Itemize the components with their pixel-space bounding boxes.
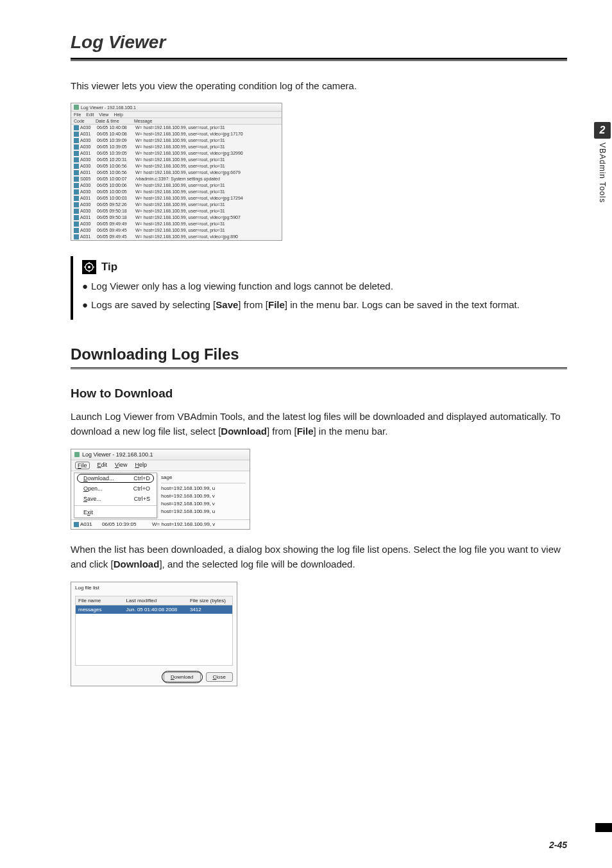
info-icon [74, 144, 79, 150]
cell-code: A031 [80, 195, 97, 202]
table-row: A03006/05 10:06:56W= host=192.168.100.99… [71, 163, 282, 169]
chapter-number: 2 [594, 122, 611, 139]
table-row: A03006/05 10:39:09W= host=192.168.100.99… [71, 137, 282, 144]
cell-code: A031 [80, 131, 97, 137]
intro-text: This viewer lets you view the operating … [71, 80, 567, 91]
download-button[interactable]: Download [164, 672, 201, 682]
col-file-size: File size (bytes) [190, 598, 230, 603]
cell-code: A030 [80, 221, 97, 227]
cell-code: A030 [80, 137, 97, 144]
cell-date: 06/05 10:39:05 [97, 144, 135, 150]
cell-code: A031 [80, 521, 102, 528]
paragraph: When the list has been downloaded, a dia… [71, 542, 567, 571]
info-icon [74, 215, 79, 220]
cell-message: W= host=192.168.100.99, user=root, prio=… [135, 208, 279, 214]
cell-date: 06/05 10:39:05 [102, 521, 152, 528]
table-row: A03006/05 09:49:49W= host=192.168.100.99… [71, 221, 282, 227]
dialog-title: Log file list [71, 582, 237, 593]
cell-message: W= host=192.168.100.99, user=root, prio=… [135, 144, 279, 150]
table-row: A03106/05 09:50:18W= host=192.168.100.99… [71, 214, 282, 221]
cell-message: W= host=192.168.100.99, user=root, prio=… [135, 125, 279, 131]
log-line: host=192.168.100.99, v [161, 492, 246, 500]
table-row: A03106/05 09:49:45W= host=192.168.100.99… [71, 234, 282, 240]
menu-view[interactable]: View [115, 462, 127, 469]
menu-item-download[interactable]: Download...Ctrl+D [74, 473, 157, 483]
table-row: A03006/05 10:39:05W= host=192.168.100.99… [71, 144, 282, 150]
tip-item-text: Logs are saved by selecting [Save] from … [91, 298, 520, 313]
menu-view[interactable]: View [99, 112, 108, 117]
menu-edit[interactable]: Edit [86, 112, 94, 117]
table-header: File name Last modified File size (bytes… [76, 596, 232, 605]
page-edge-mark [595, 823, 612, 832]
info-icon [74, 221, 79, 227]
cell-code: A031 [80, 234, 97, 240]
info-icon [74, 132, 79, 137]
title-rule [71, 58, 567, 61]
partial-log-list: sage host=192.168.100.99, u host=192.168… [157, 471, 250, 519]
table-row: A03006/05 10:40:08W= host=192.168.100.99… [71, 125, 282, 131]
cell-date: 06/05 10:39:05 [97, 150, 135, 157]
cell-code: A030 [80, 189, 97, 195]
table-body: A03006/05 10:40:08W= host=192.168.100.99… [71, 125, 282, 240]
menu-bar: File Edit View Help [71, 460, 250, 471]
shortcut: Ctrl+S [134, 496, 150, 502]
menu-file[interactable]: File [74, 112, 81, 117]
menu-help[interactable]: Help [114, 112, 123, 117]
file-list-table: File name Last modified File size (bytes… [75, 596, 233, 666]
cell-file-size: 3412 [190, 607, 230, 612]
table-header: Code Date & time Message [71, 118, 282, 125]
table-row: A031 06/05 10:39:05 W= host=192.168.100.… [71, 519, 250, 529]
menu-file[interactable]: File [75, 462, 90, 469]
cell-message: W= host=192.168.100.99, user=root, prio=… [135, 182, 279, 189]
cell-code: A030 [80, 182, 97, 189]
table-row-selected[interactable]: messages Jun. 05 01:40:08 2008 3412 [76, 605, 232, 614]
tip-title: Tip [101, 261, 117, 273]
page-title: Log Viewer [71, 32, 567, 53]
cell-date: 06/05 09:50:18 [97, 214, 135, 221]
table-empty-area [76, 614, 232, 665]
close-button[interactable]: Close [206, 672, 233, 682]
col-code: Code [74, 119, 96, 123]
chapter-tab: 2 VBAdmin Tools [593, 122, 612, 203]
menu-item-save[interactable]: Save...Ctrl+S [74, 494, 157, 504]
cell-message: W= host=192.168.100.99, v [152, 521, 215, 528]
subsection-heading: How to Download [71, 386, 567, 401]
cell-last-modified: Jun. 05 01:40:08 2008 [126, 607, 190, 612]
menu-item-open[interactable]: Open...Ctrl+O [74, 483, 157, 494]
col-date: Date & time [96, 119, 134, 123]
figure-file-menu: Log Viewer - 192.168.100.1 File Edit Vie… [71, 449, 567, 530]
cell-date: 06/05 10:00:05 [97, 189, 135, 195]
log-line: host=192.168.100.99, u [161, 508, 246, 516]
window-title-bar: Log Viewer - 192.168.100.1 [71, 449, 250, 460]
col-last-modified: Last modified [126, 598, 190, 603]
info-icon [74, 234, 79, 239]
log-line: host=192.168.100.99, u [161, 485, 246, 492]
shortcut: Ctrl+D [133, 475, 150, 482]
info-icon [74, 164, 79, 169]
cell-code: A031 [80, 150, 97, 157]
cell-message: W= host=192.168.100.99, user=root, prio=… [135, 137, 279, 144]
col-message: Message [134, 119, 279, 123]
tip-item-text: Log Viewer only has a log viewing functi… [91, 279, 393, 294]
cell-date: 06/05 09:52:26 [97, 202, 135, 208]
col-filename: File name [78, 598, 126, 603]
menu-edit[interactable]: Edit [98, 462, 108, 469]
info-icon [74, 177, 79, 182]
app-icon [74, 105, 79, 110]
tip-icon [82, 260, 96, 274]
cell-message: W= host=192.168.100.99, user=root, video… [135, 131, 279, 137]
cell-date: 06/05 10:06:56 [97, 169, 135, 176]
info-icon [74, 196, 79, 201]
table-row: A03106/05 10:00:03W= host=192.168.100.99… [71, 195, 282, 202]
tip-item: ●Logs are saved by selecting [Save] from… [82, 298, 567, 313]
cell-code: A030 [80, 208, 97, 214]
table-row: A03006/05 09:52:26W= host=192.168.100.99… [71, 202, 282, 208]
cell-filename: messages [78, 607, 126, 612]
menu-help[interactable]: Help [135, 462, 147, 469]
cell-code: A030 [80, 157, 97, 163]
file-menu-dropdown: Download...Ctrl+D Open...Ctrl+O Save...C… [74, 473, 157, 518]
table-row: A03106/05 10:39:05W= host=192.168.100.99… [71, 150, 282, 157]
menu-item-exit[interactable]: Exit [74, 507, 157, 517]
table-row: A03006/05 10:20:31W= host=192.168.100.99… [71, 157, 282, 163]
cell-code: S005 [80, 176, 97, 182]
